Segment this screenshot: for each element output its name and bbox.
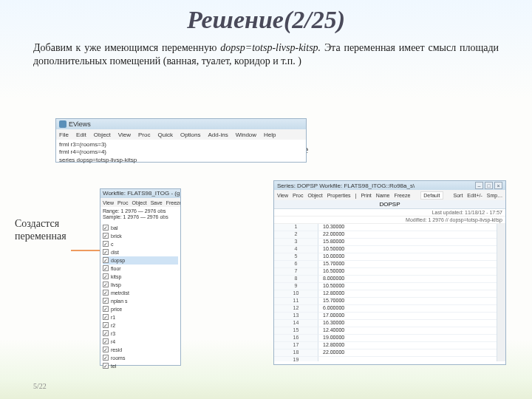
close-icon[interactable]: × xyxy=(494,182,502,189)
row-index: 2 xyxy=(274,231,318,239)
row-index: 19 xyxy=(274,357,318,361)
workfile-list[interactable]: ✓bal✓brick✓c✓dist✓dopsp✓floor✓kitsp✓livs… xyxy=(100,222,180,372)
menu-window[interactable]: Window xyxy=(236,132,256,138)
se-btn-smp[interactable]: Smp… xyxy=(487,193,502,198)
wf-item-label: brick xyxy=(111,233,122,239)
row-value: 16.30000 xyxy=(318,320,497,327)
menu-view[interactable]: View xyxy=(118,132,131,138)
wf-item-label: kitsp xyxy=(111,274,121,279)
menu-options[interactable]: Options xyxy=(180,132,201,138)
se-btn-properties[interactable]: Properties xyxy=(327,193,351,198)
wf-item-metrdist[interactable]: ✓metrdist xyxy=(103,289,178,297)
checkbox-icon: ✓ xyxy=(103,233,109,239)
se-btn-print[interactable]: Print xyxy=(361,193,371,198)
code-line: series dopsp=totsp-livsp-kitsp xyxy=(59,157,303,164)
wf-item-dist[interactable]: ✓dist xyxy=(103,248,178,256)
series-title-text: Series: DOPSP Workfile: FLATS98_ITOG::Ro… xyxy=(277,183,415,189)
se-btn-object[interactable]: Object xyxy=(307,193,322,198)
workfile-toolbar[interactable]: ViewProcObjectSaveFreeze xyxy=(100,198,180,207)
series-row[interactable]: 1416.30000 xyxy=(274,320,497,327)
wf-item-r2[interactable]: ✓r2 xyxy=(103,321,178,330)
wf-item-r4[interactable]: ✓r4 xyxy=(103,338,178,346)
menu-proc[interactable]: Proc xyxy=(138,132,150,138)
wf-btn-object[interactable]: Object xyxy=(132,200,146,205)
series-row[interactable]: 1512.40000 xyxy=(274,327,497,335)
wf-item-label: resid xyxy=(111,347,122,352)
checkbox-icon: ✓ xyxy=(103,273,109,279)
menu-add-ins[interactable]: Add-ins xyxy=(208,132,228,138)
row-index: 17 xyxy=(274,342,318,349)
wf-item-dopsp[interactable]: ✓dopsp xyxy=(103,256,178,265)
series-row[interactable]: 510.00000 xyxy=(274,253,497,261)
series-row[interactable]: 716.50000 xyxy=(274,268,497,276)
wf-item-price[interactable]: ✓price xyxy=(103,305,178,313)
series-row[interactable]: 88.000000 xyxy=(274,276,497,283)
series-row[interactable]: 1317.00000 xyxy=(274,313,497,320)
menu-object[interactable]: Object xyxy=(94,132,111,138)
wf-btn-view[interactable]: View xyxy=(103,200,114,205)
menu-quick[interactable]: Quick xyxy=(157,132,172,138)
name-field[interactable]: Default xyxy=(420,191,443,200)
series-row[interactable]: 315.80000 xyxy=(274,239,497,246)
wf-item-tel[interactable]: ✓tel xyxy=(103,362,178,370)
series-row[interactable]: 110.30000 xyxy=(274,224,497,231)
series-row[interactable]: 1115.70000 xyxy=(274,298,497,305)
se-btn-view[interactable]: View xyxy=(277,193,288,198)
wf-btn-freeze[interactable]: Freeze xyxy=(166,200,180,205)
se-btn-freeze[interactable]: Freeze xyxy=(395,193,411,198)
series-header: DOPSP xyxy=(274,200,505,209)
wf-item-bal[interactable]: ✓bal xyxy=(103,224,178,232)
menu-file[interactable]: File xyxy=(59,132,69,138)
wf-item-livsp[interactable]: ✓livsp xyxy=(103,281,178,289)
maximize-icon[interactable]: □ xyxy=(485,182,493,189)
se-btn-edit[interactable]: Edit+/- xyxy=(467,193,482,198)
checkbox-icon: ✓ xyxy=(103,322,109,328)
minimize-icon[interactable]: – xyxy=(475,182,483,189)
row-value: 6.000000 xyxy=(318,305,497,313)
wf-item-r3[interactable]: ✓r3 xyxy=(103,330,178,338)
wf-item-rooms[interactable]: ✓rooms xyxy=(103,354,178,362)
row-index: 13 xyxy=(274,313,318,320)
wf-item-label: metrdist xyxy=(111,290,129,296)
series-row[interactable]: 222.00000 xyxy=(274,231,497,239)
series-toolbar[interactable]: ViewProcObjectProperties|PrintNameFreeze… xyxy=(274,190,505,200)
wf-item-kitsp[interactable]: ✓kitsp xyxy=(103,273,178,281)
window-controls[interactable]: – □ × xyxy=(475,182,502,189)
row-index: 6 xyxy=(274,261,318,268)
wf-btn-proc[interactable]: Proc xyxy=(117,200,128,205)
code-line: frml r4=(rooms=4) xyxy=(59,149,303,156)
eviews-menubar[interactable]: FileEditObjectViewProcQuickOptionsAdd-in… xyxy=(56,129,306,140)
eviews-command-pane[interactable]: frml r3=(rooms=3)frml r4=(rooms=4)series… xyxy=(56,140,306,166)
wf-btn-save[interactable]: Save xyxy=(151,200,163,205)
series-row[interactable]: 1822.00000 xyxy=(274,349,497,357)
se-btn-name[interactable]: Name xyxy=(376,193,390,198)
range-line: Range: 1 2976 — 2976 obs xyxy=(103,208,178,214)
menu-help[interactable]: Help xyxy=(264,132,276,138)
se-btn-sort[interactable]: Sort xyxy=(454,193,463,198)
wf-item-c[interactable]: ✓c xyxy=(103,240,178,248)
series-row[interactable]: 615.70000 xyxy=(274,261,497,268)
series-window: Series: DOPSP Workfile: FLATS98_ITOG::Ro… xyxy=(273,180,506,365)
checkbox-icon: ✓ xyxy=(103,363,109,369)
row-value: 22.00000 xyxy=(318,349,497,357)
series-row[interactable]: 126.000000 xyxy=(274,305,497,313)
sep: | xyxy=(355,193,357,198)
series-row[interactable]: 19 xyxy=(274,357,497,361)
wf-item-label: nplan s xyxy=(111,299,128,304)
wf-item-resid[interactable]: ✓resid xyxy=(103,346,178,354)
series-row[interactable]: 910.50000 xyxy=(274,283,497,290)
wf-item-label: tel xyxy=(111,364,116,369)
series-row[interactable]: 1619.00000 xyxy=(274,335,497,342)
series-row[interactable]: 1012.80000 xyxy=(274,290,497,298)
wf-item-brick[interactable]: ✓brick xyxy=(103,232,178,240)
wf-item-floor[interactable]: ✓floor xyxy=(103,265,178,273)
row-index: 7 xyxy=(274,268,318,276)
wf-item-nplans[interactable]: ✓nplan s xyxy=(103,297,178,305)
menu-edit[interactable]: Edit xyxy=(76,132,86,138)
se-btn-proc[interactable]: Proc xyxy=(293,193,303,198)
series-row[interactable]: 410.50000 xyxy=(274,246,497,253)
series-row[interactable]: 1712.80000 xyxy=(274,342,497,349)
series-grid[interactable]: 110.30000222.00000315.80000410.50000510.… xyxy=(274,224,497,361)
wf-item-r1[interactable]: ✓r1 xyxy=(103,313,178,321)
scrollbar-vertical[interactable] xyxy=(497,224,505,361)
